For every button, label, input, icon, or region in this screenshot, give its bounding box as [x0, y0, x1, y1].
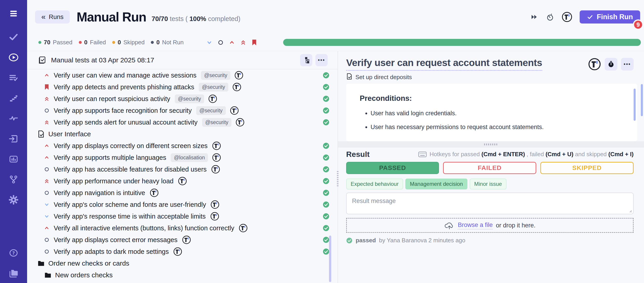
suite-row[interactable]: User Interface	[27, 128, 338, 140]
testomat-logo-icon[interactable]	[210, 200, 220, 209]
tests-check-icon[interactable]	[7, 31, 20, 43]
tag-minor-issue[interactable]: Minor issue	[470, 179, 506, 189]
projects-folder-icon[interactable]	[7, 267, 20, 279]
row-title: Verify app supports multiple languages	[54, 154, 166, 161]
help-icon[interactable]: ?	[7, 247, 20, 259]
runs-back-button[interactable]: « Runs	[35, 11, 70, 24]
tag-expected-behaviour[interactable]: Expected behaviour	[346, 179, 403, 189]
test-row[interactable]: Verify app displays correct error messag…	[27, 234, 338, 246]
test-title[interactable]: Verify user can request account statemen…	[346, 57, 542, 71]
testomat-logo-icon[interactable]	[588, 58, 601, 71]
folder-row[interactable]: New orders checks	[27, 269, 338, 281]
run-play-icon[interactable]	[7, 51, 20, 64]
priority-normal-icon	[43, 237, 50, 243]
menu-icon[interactable]	[7, 7, 20, 20]
passed-button[interactable]: PASSED	[346, 162, 439, 174]
browse-file-link[interactable]: Browse a file	[458, 221, 493, 229]
import-icon[interactable]	[7, 132, 20, 145]
stopwatch-icon[interactable]	[546, 13, 554, 21]
detail-more-button[interactable]: •••	[621, 58, 634, 71]
testomat-logo-icon[interactable]	[173, 247, 182, 256]
list-scrollbar-thumb[interactable]	[329, 235, 331, 282]
tag-management-decision[interactable]: Management decision	[405, 179, 468, 189]
priority-high-icon	[43, 225, 50, 231]
pulse-icon[interactable]	[7, 112, 20, 125]
test-row[interactable]: Verify app's response time is within acc…	[27, 210, 338, 222]
priority-normal-icon	[43, 190, 50, 196]
testomat-logo-icon[interactable]	[178, 177, 187, 186]
folder-row[interactable]	[27, 281, 338, 283]
tag-pill: @security	[201, 71, 230, 80]
test-row[interactable]: Verify app navigation is intuitive	[27, 187, 338, 199]
testomat-logo-icon[interactable]	[210, 212, 219, 221]
testomat-logo-icon[interactable]	[211, 165, 220, 174]
tag-pill: @security	[199, 83, 228, 92]
testomat-logo-icon[interactable]	[212, 141, 221, 150]
priority-highest-icon	[43, 119, 50, 125]
testomat-logo-icon[interactable]	[150, 188, 159, 197]
test-detail-panel: Verify user can request account statemen…	[338, 51, 644, 283]
testomat-logo-icon[interactable]	[232, 83, 242, 92]
testomat-logo-icon[interactable]	[212, 153, 221, 162]
testomat-logo-icon[interactable]	[236, 118, 244, 127]
parent-suite[interactable]: Set up direct deposits	[346, 73, 634, 81]
sidebar-nav	[7, 31, 20, 206]
priority-highest-filter-icon[interactable]	[240, 39, 246, 46]
row-title: Verify all interactive elements (buttons…	[54, 224, 234, 232]
test-row[interactable]: Verify app adapts to dark mode settings	[27, 246, 338, 257]
testomat-logo-icon[interactable]	[234, 71, 244, 80]
testomat-logo-icon[interactable]	[562, 12, 572, 22]
testomat-logo-icon[interactable]	[182, 235, 191, 244]
row-title: Verify app adapts to dark mode settings	[54, 248, 169, 255]
test-row[interactable]: Verify app supports face recognition for…	[27, 105, 338, 116]
priority-normal-icon	[43, 108, 50, 113]
statusbar: 70Passed 0Failed 0Skipped 0Not Run	[27, 34, 644, 51]
test-row[interactable]: Verify app sends alert for unusual accou…	[27, 116, 338, 128]
card-scrollbar-thumb[interactable]	[634, 89, 636, 121]
testomat-logo-icon[interactable]	[239, 223, 248, 233]
result-status-buttons: PASSED FAILED SKIPPED	[346, 162, 634, 174]
stat-skipped: 0Skipped	[112, 39, 144, 46]
tree-view-button[interactable]	[300, 54, 312, 66]
status-passed-icon	[323, 248, 330, 255]
test-row[interactable]: Verify app displays correctly on differe…	[27, 140, 338, 152]
test-list-header: Manual tests at 03 Apr 2025 08:17 •••	[27, 51, 338, 69]
steps-icon[interactable]	[7, 92, 20, 104]
folder-row[interactable]: Order new checks or cards	[27, 257, 338, 269]
timer-button[interactable]	[605, 58, 617, 71]
list-more-button[interactable]: •••	[316, 54, 328, 66]
fast-forward-icon[interactable]	[530, 13, 538, 21]
test-plans-icon[interactable]	[7, 71, 20, 84]
priority-normal-filter-icon[interactable]	[218, 39, 224, 46]
test-row[interactable]: Verify user can report suspicious activi…	[27, 93, 338, 105]
finish-run-label: Finish Run	[597, 13, 633, 21]
settings-gear-icon[interactable]	[7, 193, 20, 206]
failed-button[interactable]: FAILED	[443, 162, 536, 174]
reports-chart-icon[interactable]	[7, 153, 20, 165]
result-message-wrap	[346, 193, 634, 214]
priority-high-filter-icon[interactable]	[229, 39, 235, 46]
test-row[interactable]: Verify app performance under heavy load	[27, 175, 338, 187]
stat-passed: 70Passed	[38, 39, 72, 46]
resize-grip-icon[interactable]	[484, 144, 498, 145]
tag-pill: @security	[175, 95, 204, 103]
branches-icon[interactable]	[7, 173, 20, 186]
priority-low-filter-icon[interactable]	[206, 39, 212, 46]
test-row[interactable]: Verify app detects and prevents phishing…	[27, 81, 338, 93]
detail-scrollbar-thumb[interactable]	[641, 84, 643, 116]
result-message-input[interactable]	[346, 193, 634, 214]
file-dropzone[interactable]: Browse a file or drop it here.	[346, 218, 634, 233]
test-row[interactable]: Verify app has accessible features for d…	[27, 163, 338, 175]
textarea-resize-icon[interactable]	[629, 209, 632, 212]
row-title: New orders checks	[55, 271, 113, 279]
test-row[interactable]: Verify user can view and manage active s…	[27, 69, 338, 81]
finish-run-button[interactable]: Finish Run 9	[580, 11, 640, 24]
test-row[interactable]: Verify app's color scheme and fonts are …	[27, 199, 338, 210]
testomat-logo-icon[interactable]	[208, 94, 217, 103]
test-row[interactable]: Verify all interactive elements (buttons…	[27, 222, 338, 234]
bookmark-filter-icon[interactable]	[251, 39, 257, 46]
testomat-logo-icon[interactable]	[230, 106, 239, 115]
test-row[interactable]: Verify app supports multiple languages@l…	[27, 152, 338, 163]
run-progress-bar	[283, 39, 641, 46]
skipped-button[interactable]: SKIPPED	[540, 162, 634, 174]
